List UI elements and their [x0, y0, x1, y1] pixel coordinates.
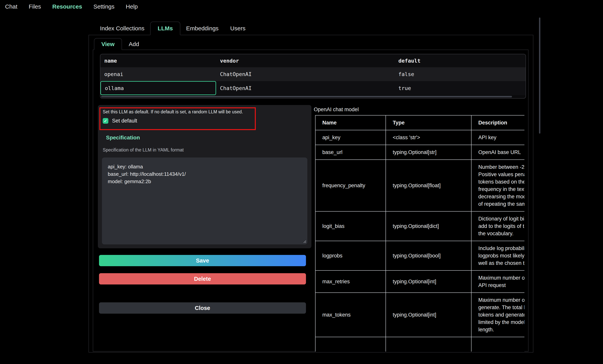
subtab-view[interactable]: View: [94, 38, 122, 50]
param-row-logit-bias: logit_biastyping.Optional[dict]Dictionar…: [315, 211, 524, 241]
param-row-partial: [315, 337, 524, 352]
set-default-label: Set default: [112, 118, 137, 124]
param-cell-type: typing.Optional[int]: [386, 293, 471, 337]
specification-heading: Specification: [106, 135, 140, 141]
llm-list-rows: namevendordefaultopenaiChatOpenAIfalseol…: [100, 54, 526, 95]
param-cell-name: frequency_penalty: [315, 160, 386, 211]
top-nav: ChatFilesResourcesSettingsHelp: [5, 2, 138, 11]
checkmark-icon: ✓: [104, 119, 107, 123]
horizontal-scrollbar-thumb[interactable]: [101, 96, 512, 97]
param-cell-description: Number between -2.0 and 2.0. Positive va…: [471, 160, 524, 211]
llm-cell-vendor[interactable]: ChatOpenAI: [216, 81, 394, 95]
param-column-header-name: Name: [315, 115, 386, 130]
param-column-header-type: Type: [386, 115, 471, 130]
param-cell-type: typing.Optional[int]: [386, 271, 471, 293]
param-cell-name: logprobs: [315, 241, 386, 271]
param-row-max-retries: max_retriestyping.Optional[int]Maximum n…: [315, 271, 524, 293]
param-cell-description: Dictionary of logit bias values to add t…: [471, 211, 524, 241]
param-cell-description: Maximum number of tokens to generate. Th…: [471, 293, 524, 337]
param-cell-name: base_url: [315, 145, 386, 160]
param-cell-name: api_key: [315, 130, 386, 145]
set-default-checkbox[interactable]: ✓: [103, 118, 108, 124]
model-params-header: NameTypeDescription: [315, 115, 524, 130]
llm-row-ollama[interactable]: ollamaChatOpenAItrue: [100, 81, 526, 95]
param-cell-name: max_retries: [315, 271, 386, 293]
param-row-api-key: api_key<class 'str'>API key: [315, 130, 524, 145]
param-cell-type: <class 'str'>: [386, 130, 471, 145]
specification-sublabel: Specification of the LLM in YAML format: [103, 148, 184, 153]
tab-users[interactable]: Users: [224, 25, 251, 32]
param-cell-empty: [386, 337, 471, 352]
llm-cell-default[interactable]: false: [394, 67, 526, 81]
param-cell-type: typing.Optional[bool]: [386, 241, 471, 271]
param-row-logprobs: logprobstyping.Optional[bool]Include log…: [315, 241, 524, 271]
save-button[interactable]: Save: [99, 255, 306, 266]
llm-column-header-default: default: [394, 54, 526, 67]
param-row-max-tokens: max_tokenstyping.Optional[int]Maximum nu…: [315, 293, 524, 337]
resize-handle-icon[interactable]: [302, 239, 307, 244]
llm-table-header-row: namevendordefault: [100, 54, 526, 67]
llm-list-table: namevendordefaultopenaiChatOpenAIfalseol…: [100, 54, 526, 99]
subtab-add[interactable]: Add: [122, 41, 146, 47]
param-cell-empty: [315, 337, 386, 352]
model-params-table: NameTypeDescription api_key<class 'str'>…: [315, 115, 524, 352]
llm-cell-name[interactable]: ollama: [100, 81, 216, 95]
nav-item-chat[interactable]: Chat: [5, 3, 17, 10]
tab-index-collections[interactable]: Index Collections: [94, 25, 150, 32]
app-window: ChatFilesResourcesSettingsHelp Index Col…: [0, 0, 603, 364]
llm-row-openai[interactable]: openaiChatOpenAIfalse: [100, 67, 526, 81]
param-cell-description: Include log probabilities on the logprob…: [471, 241, 524, 271]
tab-llms[interactable]: LLMs: [150, 22, 180, 35]
param-cell-name: max_tokens: [315, 293, 386, 337]
param-row-base-url: base_urltyping.Optional[str]OpenAI base …: [315, 145, 524, 160]
param-cell-type: typing.Optional[str]: [386, 145, 471, 160]
set-default-note: Set this LLM as default. If no default i…: [103, 109, 243, 114]
close-button[interactable]: Close: [99, 302, 306, 314]
param-cell-name: logit_bias: [315, 211, 386, 241]
model-params-title: OpenAI chat model: [314, 107, 359, 113]
set-default-row: ✓ Set default: [103, 118, 137, 124]
nav-item-resources[interactable]: Resources: [52, 3, 82, 10]
param-cell-type: typing.Optional[float]: [386, 160, 471, 211]
view-add-tabs: ViewAdd: [93, 38, 146, 50]
vertical-scrollbar-thumb[interactable]: [539, 18, 540, 134]
param-cell-empty: [471, 337, 524, 352]
llm-cell-vendor[interactable]: ChatOpenAI: [216, 67, 394, 81]
llm-column-header-name: name: [100, 54, 216, 67]
delete-button[interactable]: Delete: [99, 273, 306, 284]
nav-item-files[interactable]: Files: [29, 3, 41, 10]
param-cell-description: API key: [471, 130, 524, 145]
param-cell-description: OpenAI base URL: [471, 145, 524, 160]
param-cell-description: Maximum number of retries for the API re…: [471, 271, 524, 293]
llm-detail-card: Set this LLM as default. If no default i…: [98, 105, 312, 248]
param-row-frequency-penalty: frequency_penaltytyping.Optional[float]N…: [315, 160, 524, 211]
param-column-header-description: Description: [471, 115, 524, 130]
model-params-body: api_key<class 'str'>API keybase_urltypin…: [315, 130, 524, 352]
resource-tabs: Index CollectionsLLMsEmbeddingsUsers: [89, 22, 251, 35]
llm-column-header-vendor: vendor: [216, 54, 394, 67]
llm-cell-default[interactable]: true: [394, 81, 526, 95]
nav-item-help[interactable]: Help: [126, 3, 138, 10]
model-params-header-row: NameTypeDescription: [315, 115, 524, 130]
model-params-wrapper: NameTypeDescription api_key<class 'str'>…: [315, 115, 524, 352]
nav-item-settings[interactable]: Settings: [93, 3, 114, 10]
yaml-spec-textarea[interactable]: api_key: ollama base_url: http://localho…: [102, 158, 307, 244]
tab-embeddings[interactable]: Embeddings: [180, 25, 224, 32]
param-cell-type: typing.Optional[dict]: [386, 211, 471, 241]
llm-cell-name[interactable]: openai: [100, 67, 216, 81]
